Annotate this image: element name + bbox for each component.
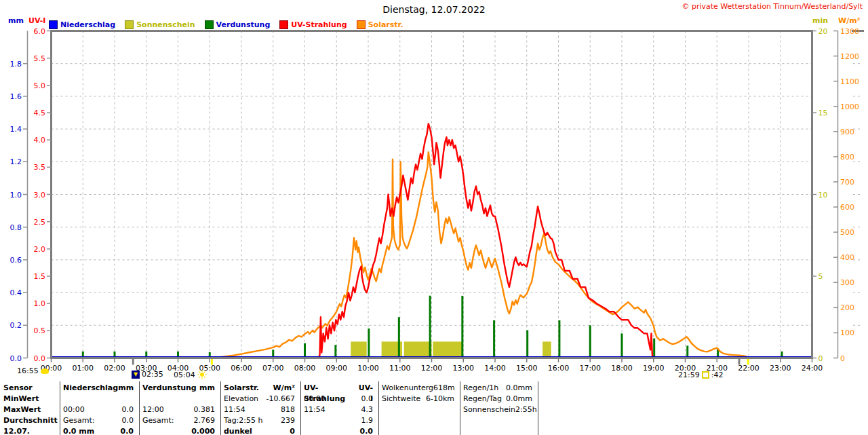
col-0-header-label: Niederschlag [63, 383, 118, 394]
col-2-row-3-value: 0 [290, 426, 295, 435]
col-5-header-label: Regen/1h [463, 383, 498, 394]
x-tick-label: 14:00 [484, 364, 506, 373]
sunshine-bar [404, 341, 432, 358]
col-0-row-3-value: 0.0 [121, 426, 134, 435]
col-2-row-0-label: Elevation [224, 394, 258, 404]
uv-tick-label: 1.0 [34, 299, 46, 308]
wm2-tick-label: 600 [840, 203, 854, 212]
mm-tick-label: 0.0 [10, 354, 22, 363]
mm-tick-label: 1.6 [10, 92, 22, 101]
mm-tick-label: 1.0 [10, 191, 22, 200]
col-3-row-1: 11:544.3 [300, 404, 377, 415]
col-1-row-2: Gesamt:2.769 [139, 415, 219, 426]
wm2-tick-label: 1100 [840, 77, 859, 86]
col-0-row-2-label: Gesamt: [63, 415, 95, 426]
col-5-row-3 [460, 426, 536, 435]
x-tick-label: 15:00 [516, 364, 538, 373]
x-tick-label: 12:00 [421, 364, 443, 373]
weather-chart-page: { "header": { "title": "Dienstag, 12.07.… [0, 0, 868, 435]
col-5-row-0-label: Regen/Tag [463, 394, 502, 404]
sensor-stats-table: SensorMinWertMaxWertDurchschnitt12.07. 2… [0, 380, 549, 435]
col-4-header: Wolkenunterg618m [378, 383, 458, 394]
row-label-1: MinWert [0, 394, 58, 404]
uv-tick-label: 3.0 [34, 191, 46, 200]
col-1-row-3-value: 0.000 [191, 426, 215, 435]
x-tick-label: 24:00 [802, 364, 823, 373]
solar-series-line [218, 152, 747, 358]
row-label-4: 12.07. 23:59 [0, 426, 58, 435]
col-0-row-1-label: 00:00 [63, 404, 85, 415]
col-0-row-3: 0.0 mm0.0 [60, 426, 138, 435]
col-1-row-1-value: 0.381 [194, 404, 216, 415]
col-5-header: Regen/1h0.0mm [460, 383, 536, 394]
min-tick-label: 10 [818, 191, 828, 200]
col-4-row-0: Sichtweite6-10km [378, 394, 458, 404]
col-2-row-0: Elevation-10.667 [220, 394, 299, 404]
x-tick-label: 10:00 [357, 364, 379, 373]
col-3-row-1-label: 11:54 [304, 404, 326, 415]
col-2-row-2-value: 239 [281, 415, 295, 426]
wm2-tick-label: 500 [840, 228, 854, 237]
wm2-tick-label: 200 [840, 303, 854, 312]
col-3-row-1-value: 4.3 [361, 404, 374, 415]
row-label-3: Durchschnitt [0, 415, 58, 426]
x-tick-label: 19:00 [643, 364, 665, 373]
col-3-header: UV-StrahlungUV-I [300, 383, 377, 394]
x-tick-label: 17:00 [579, 364, 601, 373]
row-label-0-label: Sensor [3, 383, 33, 394]
col-2-row-2: Tag:2:55 h239 [220, 415, 299, 426]
uv-tick-label: 0.5 [34, 326, 46, 335]
col-1-row-2-value: 2.769 [194, 415, 216, 426]
col-1-header-label: Verdunstung [142, 383, 197, 394]
col-0-header: Niederschlagmm [60, 383, 138, 394]
col-3-header-value: UV-I [357, 383, 373, 394]
wm2-tick-label: 100 [840, 328, 854, 337]
col-2-row-3-label: dunkel [224, 426, 252, 435]
uv-tick-label: 2.5 [34, 218, 46, 227]
col-3-row-0-label: 00:00 [304, 394, 326, 404]
wm2-tick-label: 700 [840, 178, 854, 187]
col-2-row-1: 11:54818 [220, 404, 299, 415]
col-5-header-value: 0.0mm [506, 383, 532, 394]
row-label-4-label: 12.07. 23:59 [3, 426, 54, 435]
table-column-1: Verdunstungmm12:000.381Gesamt:2.7690.000 [139, 380, 219, 435]
mm-tick-label: 1.4 [10, 125, 22, 134]
uv-tick-label: 4.0 [34, 136, 46, 145]
sun-blob-icon [41, 368, 49, 374]
wm2-tick-label: 1000 [840, 102, 859, 111]
marker-sunrise: 05:04 [174, 370, 207, 379]
x-tick-label: 09:00 [326, 364, 347, 373]
col-1-row-3: 0.000 [139, 426, 219, 435]
col-1-row-0 [139, 394, 219, 404]
row-label-0: Sensor [0, 383, 58, 394]
col-2-header-value: W/m² [273, 383, 295, 394]
col-5-row-1-label: Sonnenschein [463, 404, 515, 415]
uv-tick-label: 5.5 [34, 54, 46, 63]
uv-tick-label: 1.5 [34, 272, 46, 281]
col-5-row-0: Regen/Tag0.0mm [460, 394, 536, 404]
mm-tick-label: 1.2 [10, 157, 22, 166]
table-column-3: UV-StrahlungUV-I00:000.011:544.31.90.0 [300, 380, 377, 435]
wm2-tick-label: 0 [840, 354, 845, 363]
min-tick-label: 20 [818, 27, 828, 36]
x-tick-label: 01:00 [72, 364, 94, 373]
col-2-header-label: Solarstr. [224, 383, 259, 394]
col-4-row-0-value: 6-10km [426, 394, 454, 404]
x-tick-label: 11:00 [389, 364, 411, 373]
moonset-time: 02:35 [142, 370, 163, 379]
table-separator [538, 381, 538, 435]
col-4-row-1 [378, 404, 458, 415]
x-tick-label: 06:00 [231, 364, 252, 373]
col-0-row-2-value: 0.0 [122, 415, 134, 426]
col-2-row-2-label: Tag:2:55 h [224, 415, 263, 426]
wm2-tick-label: 300 [840, 278, 854, 287]
min-tick-label: 5 [818, 272, 823, 281]
col-2-row-0-value: -10.667 [267, 394, 295, 404]
col-0-row-1-value: 0.0 [122, 404, 134, 415]
weather-chart: 0.00.20.40.60.81.01.21.41.61.80.00.51.01… [0, 0, 868, 380]
wm2-tick-label: 400 [840, 253, 854, 262]
col-3-row-3: 0.0 [300, 426, 377, 435]
x-tick-label: 08:00 [294, 364, 316, 373]
col-1-row-2-label: Gesamt: [142, 415, 174, 426]
col-3-row-2: 1.9 [300, 415, 377, 426]
